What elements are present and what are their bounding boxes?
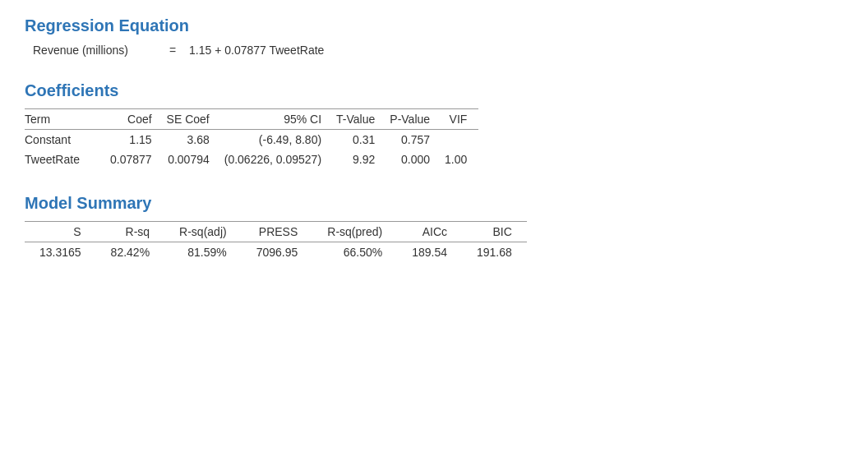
table-cell: (-6.49, 8.80) — [221, 130, 333, 150]
table-row: Constant1.153.68(-6.49, 8.80)0.310.757 — [25, 130, 478, 150]
table-cell: (0.06226, 0.09527) — [221, 150, 333, 169]
model-summary-title: Model Summary — [25, 194, 843, 213]
table-cell: TweetRate — [25, 150, 107, 169]
regression-equation-section: Regression Equation Revenue (millions) =… — [25, 16, 843, 57]
coefficients-header-row: Term Coef SE Coef 95% CI T-Value P-Value… — [25, 109, 478, 130]
col-se-coef: SE Coef — [164, 109, 221, 130]
table-cell: 0.31 — [333, 130, 386, 150]
table-cell: 0.000 — [386, 150, 441, 169]
table-cell: 0.07877 — [107, 150, 164, 169]
equation-label: Revenue (millions) — [33, 44, 156, 57]
coefficients-table: Term Coef SE Coef 95% CI T-Value P-Value… — [25, 108, 478, 169]
regression-equation-title: Regression Equation — [25, 16, 843, 35]
table-row: TweetRate0.078770.00794(0.06226, 0.09527… — [25, 150, 478, 169]
col-t-value: T-Value — [333, 109, 386, 130]
table-row: 13.316582.42%81.59%7096.9566.50%189.5419… — [25, 242, 527, 263]
table-cell — [441, 130, 478, 150]
table-cell: 7096.95 — [242, 242, 313, 263]
table-cell: 9.92 — [333, 150, 386, 169]
table-cell: 0.757 — [386, 130, 441, 150]
table-cell: 81.59% — [164, 242, 242, 263]
equation-equals: = — [164, 44, 181, 57]
equation-line: Revenue (millions) = 1.15 + 0.07877 Twee… — [33, 44, 843, 57]
table-cell: 189.54 — [397, 242, 462, 263]
table-cell: 66.50% — [312, 242, 397, 263]
table-cell: 1.00 — [441, 150, 478, 169]
table-cell: 0.00794 — [164, 150, 221, 169]
col-p-value: P-Value — [386, 109, 441, 130]
col-r-sq-pred: R-sq(pred) — [312, 222, 397, 242]
col-s: S — [25, 222, 96, 242]
table-cell: 82.42% — [96, 242, 164, 263]
col-term: Term — [25, 109, 107, 130]
col-vif: VIF — [441, 109, 478, 130]
equation-formula: 1.15 + 0.07877 TweetRate — [189, 44, 324, 57]
coefficients-section: Coefficients Term Coef SE Coef 95% CI T-… — [25, 81, 843, 169]
coefficients-title: Coefficients — [25, 81, 843, 100]
col-coef: Coef — [107, 109, 164, 130]
table-cell: 1.15 — [107, 130, 164, 150]
model-summary-table: S R-sq R-sq(adj) PRESS R-sq(pred) AICc B… — [25, 221, 527, 262]
table-cell: Constant — [25, 130, 107, 150]
table-cell: 13.3165 — [25, 242, 96, 263]
col-aicc: AICc — [397, 222, 462, 242]
summary-header-row: S R-sq R-sq(adj) PRESS R-sq(pred) AICc B… — [25, 222, 527, 242]
col-bic: BIC — [462, 222, 527, 242]
table-cell: 3.68 — [164, 130, 221, 150]
col-r-sq-adj: R-sq(adj) — [164, 222, 242, 242]
model-summary-section: Model Summary S R-sq R-sq(adj) PRESS R-s… — [25, 194, 843, 262]
col-r-sq: R-sq — [96, 222, 164, 242]
col-ci: 95% CI — [221, 109, 333, 130]
col-press: PRESS — [242, 222, 313, 242]
table-cell: 191.68 — [462, 242, 527, 263]
